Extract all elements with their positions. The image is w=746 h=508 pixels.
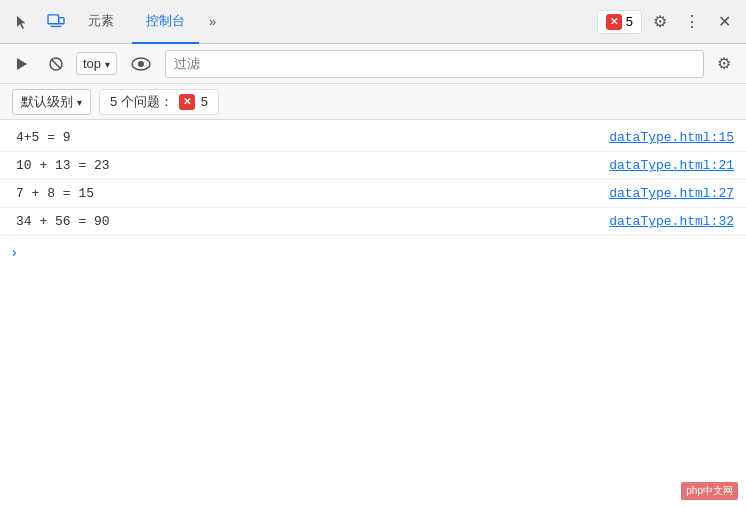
level-chevron bbox=[77, 94, 82, 109]
svg-rect-1 bbox=[59, 17, 64, 23]
table-row: 4+5 = 9dataType.html:15 bbox=[0, 124, 746, 152]
console-text: 34 + 56 = 90 bbox=[16, 214, 110, 229]
filter-input[interactable] bbox=[165, 50, 704, 78]
console-text: 7 + 8 = 15 bbox=[16, 186, 94, 201]
eye-icon[interactable] bbox=[123, 50, 159, 78]
tab-more[interactable]: » bbox=[203, 10, 222, 33]
tab-console[interactable]: 控制台 bbox=[132, 0, 199, 44]
tab-bar: 元素 控制台 » ✕ 5 ⚙ ⋮ ✕ bbox=[0, 0, 746, 44]
issues-error-icon: ✕ bbox=[179, 94, 195, 110]
more-icon[interactable]: ⋮ bbox=[678, 8, 706, 36]
context-selector[interactable]: top bbox=[76, 52, 117, 75]
table-row: 10 + 13 = 23dataType.html:21 bbox=[0, 152, 746, 180]
settings-icon[interactable]: ⚙ bbox=[646, 8, 674, 36]
console-link[interactable]: dataType.html:21 bbox=[609, 158, 734, 173]
error-badge[interactable]: ✕ 5 bbox=[597, 10, 642, 34]
svg-line-5 bbox=[51, 59, 61, 69]
svg-rect-0 bbox=[48, 14, 59, 23]
block-icon[interactable] bbox=[42, 50, 70, 78]
tab-elements[interactable]: 元素 bbox=[74, 0, 128, 44]
table-row: 34 + 56 = 90dataType.html:32 bbox=[0, 208, 746, 236]
console-settings-icon[interactable]: ⚙ bbox=[710, 50, 738, 78]
console-prompt[interactable]: › bbox=[0, 236, 746, 268]
tab-bar-left bbox=[8, 8, 70, 36]
error-count: 5 bbox=[626, 14, 633, 29]
console-toolbar: top ⚙ bbox=[0, 44, 746, 84]
device-icon[interactable] bbox=[42, 8, 70, 36]
level-label: 默认级别 bbox=[21, 93, 73, 111]
context-chevron bbox=[105, 56, 110, 71]
console-link[interactable]: dataType.html:32 bbox=[609, 214, 734, 229]
console-text: 10 + 13 = 23 bbox=[16, 158, 110, 173]
console-text: 4+5 = 9 bbox=[16, 130, 71, 145]
issues-count: 5 个问题： ✕ 5 bbox=[99, 89, 219, 115]
run-icon[interactable] bbox=[8, 50, 36, 78]
context-label: top bbox=[83, 56, 101, 71]
cursor-icon[interactable] bbox=[8, 8, 36, 36]
issues-bar: 默认级别 5 个问题： ✕ 5 bbox=[0, 84, 746, 120]
console-link[interactable]: dataType.html:15 bbox=[609, 130, 734, 145]
close-icon[interactable]: ✕ bbox=[710, 8, 738, 36]
table-row: 7 + 8 = 15dataType.html:27 bbox=[0, 180, 746, 208]
issues-error-count: 5 bbox=[201, 94, 208, 109]
prompt-chevron: › bbox=[12, 244, 17, 260]
svg-point-7 bbox=[138, 61, 144, 67]
watermark: php中文网 bbox=[681, 482, 738, 500]
console-link[interactable]: dataType.html:27 bbox=[609, 186, 734, 201]
svg-marker-3 bbox=[17, 58, 27, 70]
issues-text: 5 个问题： bbox=[110, 93, 173, 111]
error-icon: ✕ bbox=[606, 14, 622, 30]
level-selector[interactable]: 默认级别 bbox=[12, 89, 91, 115]
console-output: 4+5 = 9dataType.html:1510 + 13 = 23dataT… bbox=[0, 120, 746, 508]
